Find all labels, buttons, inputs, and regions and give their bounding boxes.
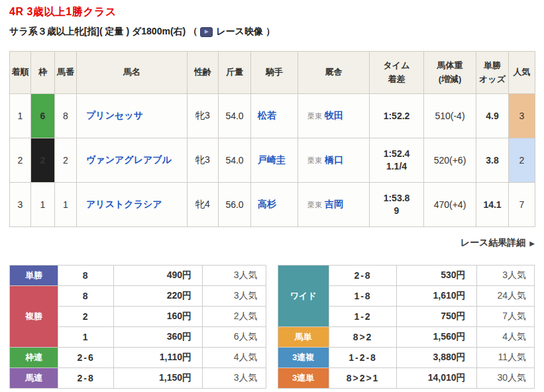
payout-row-fukusho: 複勝 8 220円 3人気 bbox=[10, 286, 266, 307]
horse-name-link[interactable]: プリンセッサ bbox=[86, 110, 143, 121]
combination: 1-8 bbox=[329, 286, 396, 307]
popularity: 7 bbox=[509, 183, 535, 227]
bet-type-exacta: 馬単 bbox=[278, 327, 329, 348]
result-header-row: 着順 枠 馬番 馬名 性齢 斤量 騎手 厩舎 タイム 着差 馬体重 (増減) 単… bbox=[10, 52, 535, 94]
payout-popularity: 7人気 bbox=[476, 307, 534, 327]
jockey-link[interactable]: 松若 bbox=[258, 110, 276, 121]
col-sex-age: 性齢 bbox=[188, 52, 219, 94]
payout-popularity: 30人気 bbox=[476, 368, 534, 389]
combination: 8 bbox=[58, 286, 113, 307]
payout-section: 単勝 8 490円 3人気 複勝 8 220円 3人気 2 160円 2人気 1… bbox=[9, 265, 535, 389]
combination: 8>2 bbox=[329, 327, 396, 348]
horse-number: 2 bbox=[55, 138, 77, 183]
col-jockey: 騎手 bbox=[251, 52, 298, 94]
race-title: 4R 3歳以上1勝クラス bbox=[9, 5, 535, 19]
chevron-right-icon: ▶ bbox=[529, 240, 535, 247]
race-video-label[interactable]: レース映像 bbox=[216, 26, 263, 38]
race-result-detail-link[interactable]: レース結果詳細▶ bbox=[461, 237, 535, 248]
sex-age: 牝3 bbox=[188, 138, 219, 183]
combination: 1-2-8 bbox=[329, 348, 396, 368]
combination: 1-2 bbox=[329, 307, 396, 327]
jockey-link[interactable]: 高杉 bbox=[258, 199, 276, 209]
weight-carried: 54.0 bbox=[219, 94, 251, 138]
horse-number: 1 bbox=[55, 183, 77, 227]
trainer-link[interactable]: 吉岡 bbox=[325, 199, 343, 209]
frame-number: 6 bbox=[31, 94, 55, 138]
payout-table-right: ワイド 2-8 530円 3人気 1-8 1,610円 24人気 1-2 750… bbox=[278, 265, 535, 389]
payout-row-umaren: 馬連 2-8 1,150円 3人気 bbox=[10, 368, 266, 389]
win-odds: 3.8 bbox=[476, 138, 509, 183]
payout-amount: 750円 bbox=[397, 307, 476, 327]
table-row: 3 1 1 アリストクラシア 牝4 56.0 高杉 栗東吉岡 1:53.89 4… bbox=[10, 183, 535, 227]
combination: 8>2>1 bbox=[329, 368, 396, 389]
payout-amount: 530円 bbox=[397, 266, 476, 286]
race-result-page: 4R 3歳以上1勝クラス サラ系３歳以上牝[指]( 定量 ) ダ1800m(右)… bbox=[0, 0, 544, 389]
horse-weight: 520(+6) bbox=[424, 138, 476, 183]
horse-weight: 510(-4) bbox=[424, 94, 476, 138]
race-result-table: 着順 枠 馬番 馬名 性齢 斤量 騎手 厩舎 タイム 着差 馬体重 (増減) 単… bbox=[9, 51, 535, 227]
payout-amount: 3,880円 bbox=[397, 348, 476, 368]
combination: 1 bbox=[58, 327, 113, 348]
payout-popularity: 24人気 bbox=[476, 286, 534, 307]
payout-popularity: 4人気 bbox=[203, 348, 266, 368]
detail-link-row: レース結果詳細▶ bbox=[9, 236, 535, 249]
payout-popularity: 3人気 bbox=[476, 266, 534, 286]
video-play-icon: ▶ bbox=[200, 27, 213, 37]
jockey-link[interactable]: 戸崎圭 bbox=[258, 154, 286, 165]
payout-table-left: 単勝 8 490円 3人気 複勝 8 220円 3人気 2 160円 2人気 1… bbox=[9, 265, 266, 389]
weight-carried: 54.0 bbox=[219, 138, 251, 183]
bet-type-quinella: 馬連 bbox=[10, 368, 58, 389]
payout-amount: 1,560円 bbox=[397, 327, 476, 348]
popularity: 3 bbox=[509, 94, 535, 138]
col-horse-weight: 馬体重 (増減) bbox=[424, 52, 476, 94]
col-popularity: 人気 bbox=[509, 52, 535, 94]
col-finish-order: 着順 bbox=[10, 52, 31, 94]
race-conditions: サラ系３歳以上牝[指]( 定量 ) ダ1800m(右) （ ▶ レース映像 ） bbox=[9, 26, 535, 38]
weight-carried: 56.0 bbox=[219, 183, 251, 227]
time-margin: 1:53.89 bbox=[370, 183, 424, 227]
combination: 2-6 bbox=[58, 348, 113, 368]
payout-amount: 1,110円 bbox=[113, 348, 202, 368]
win-odds: 4.9 bbox=[476, 94, 509, 138]
stable-area: 栗東 bbox=[307, 201, 322, 209]
bet-type-bracket-quinella: 枠連 bbox=[10, 348, 58, 368]
payout-amount: 14,010円 bbox=[397, 368, 476, 389]
horse-number: 8 bbox=[55, 94, 77, 138]
payout-amount: 360円 bbox=[113, 327, 202, 348]
col-time-margin: タイム 着差 bbox=[370, 52, 424, 94]
payout-amount: 490円 bbox=[113, 266, 202, 286]
col-frame: 枠 bbox=[31, 52, 55, 94]
payout-row-sanrentan: 3連単 8>2>1 14,010円 30人気 bbox=[278, 368, 535, 389]
payout-popularity: 3人気 bbox=[203, 266, 266, 286]
col-horse-name: 馬名 bbox=[77, 52, 188, 94]
horse-name-link[interactable]: ヴァンアグレアブル bbox=[86, 154, 172, 165]
time-margin: 1:52.41.1/4 bbox=[370, 138, 424, 183]
paren-open: （ bbox=[188, 26, 197, 38]
col-stable: 厩舎 bbox=[298, 52, 370, 94]
payout-popularity: 2人気 bbox=[203, 307, 266, 327]
payout-row-tansho: 単勝 8 490円 3人気 bbox=[10, 266, 266, 286]
payout-row-wide: ワイド 2-8 530円 3人気 bbox=[278, 266, 535, 286]
payout-row-umatan: 馬単 8>2 1,560円 4人気 bbox=[278, 327, 535, 348]
payout-popularity: 4人気 bbox=[476, 327, 534, 348]
horse-name-link[interactable]: アリストクラシア bbox=[86, 199, 162, 209]
payout-popularity: 3人気 bbox=[203, 368, 266, 389]
col-weight-carried: 斤量 bbox=[219, 52, 251, 94]
sex-age: 牝3 bbox=[188, 94, 219, 138]
payout-row-wakuren: 枠連 2-6 1,110円 4人気 bbox=[10, 348, 266, 368]
bet-type-trifecta: 3連単 bbox=[278, 368, 329, 389]
table-row: 1 6 8 プリンセッサ 牝3 54.0 松若 栗東牧田 1:52.2 510(… bbox=[10, 94, 535, 138]
payout-popularity: 3人気 bbox=[203, 286, 266, 307]
trainer-link[interactable]: 橋口 bbox=[325, 154, 343, 165]
time-margin: 1:52.2 bbox=[370, 94, 424, 138]
race-video-link[interactable]: ▶ レース映像 bbox=[200, 26, 263, 38]
paren-close: ） bbox=[266, 26, 275, 38]
frame-number: 1 bbox=[31, 183, 55, 227]
stable-area: 栗東 bbox=[307, 156, 322, 164]
bet-type-place: 複勝 bbox=[10, 286, 58, 348]
trainer-link[interactable]: 牧田 bbox=[325, 110, 343, 121]
bet-type-trio: 3連複 bbox=[278, 348, 329, 368]
win-odds: 14.1 bbox=[476, 183, 509, 227]
col-win-odds: 単勝 オッズ bbox=[476, 52, 509, 94]
finish-order: 2 bbox=[10, 138, 31, 183]
